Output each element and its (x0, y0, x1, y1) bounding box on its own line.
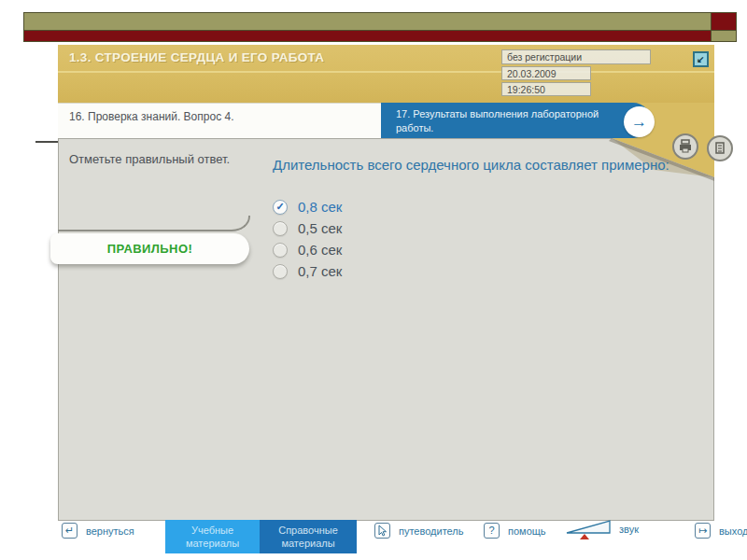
deco-band-bottom-end (711, 31, 736, 41)
date-display: 20.03.2009 (501, 66, 591, 80)
app-window: 1.3. СТРОЕНИЕ СЕРДЦА И ЕГО РАБОТА без ре… (0, 0, 747, 560)
return-icon: ↵ (62, 523, 78, 539)
corner-arrow-icon: ↙ (697, 54, 704, 64)
help-button[interactable]: ? помощь (484, 523, 546, 539)
volume-wedge-icon (566, 520, 611, 534)
answer-option[interactable]: 0,6 сек (273, 242, 342, 258)
radio-button[interactable] (273, 221, 288, 236)
option-label: 0,5 сек (298, 220, 342, 236)
return-label: вернуться (86, 525, 134, 537)
separator-line (58, 216, 250, 231)
volume-slider[interactable] (566, 520, 611, 539)
deco-band-bottom (23, 30, 737, 42)
answer-option[interactable]: 0,7 сек (273, 263, 342, 279)
result-banner: ПРАВИЛЬНО! (50, 233, 249, 264)
arrow-right-icon: → (631, 113, 647, 132)
answer-option[interactable]: ✓ 0,8 сек (273, 199, 342, 215)
header: 1.3. СТРОЕНИЕ СЕРДЦА И ЕГО РАБОТА без ре… (58, 45, 714, 103)
tab-current-question[interactable]: 16. Проверка знаний. Вопрос 4. (58, 103, 381, 138)
sound-label: звук (619, 524, 639, 535)
collapse-button[interactable]: ↙ (693, 51, 709, 67)
option-label: 0,7 сек (298, 263, 342, 279)
result-text: ПРАВИЛЬНО! (107, 242, 192, 256)
radio-button[interactable] (273, 264, 288, 279)
deco-band-top-end (711, 13, 736, 30)
tab-next-results[interactable]: 17. Результаты выполнения лабораторной р… (381, 103, 651, 138)
page-title: 1.3. СТРОЕНИЕ СЕРДЦА И ЕГО РАБОТА (69, 50, 324, 64)
question-text: Длительность всего сердечного цикла сост… (273, 156, 698, 175)
sound-control[interactable]: звук (566, 520, 639, 539)
answer-option[interactable]: 0,5 сек (273, 220, 342, 236)
radio-button[interactable]: ✓ (273, 200, 288, 215)
exit-button[interactable]: ↦ выход (695, 523, 747, 539)
guide-label: путеводитель (399, 525, 463, 537)
question-mark-icon: ? (484, 523, 500, 539)
option-label: 0,6 сек (298, 242, 342, 258)
document-icon (712, 141, 727, 156)
exit-icon: ↦ (695, 523, 711, 539)
exit-label: выход (719, 525, 747, 537)
options-list: ✓ 0,8 сек 0,5 сек 0,6 сек 0,7 сек (273, 199, 342, 279)
help-label: помощь (508, 525, 546, 537)
radio-button[interactable] (273, 243, 288, 258)
instruction-text: Отметьте правильный ответ. (69, 151, 261, 168)
next-button[interactable]: → (624, 106, 655, 137)
volume-marker[interactable] (580, 534, 589, 539)
return-button[interactable]: ↵ вернуться (62, 523, 134, 539)
deco-band-top (23, 12, 737, 31)
learning-materials-button[interactable]: Учебные материалы (165, 520, 260, 553)
printer-icon (678, 139, 693, 154)
registration-status: без регистрации (501, 49, 651, 64)
content-panel (58, 138, 714, 521)
option-label: 0,8 сек (298, 199, 342, 215)
pointer-icon (374, 523, 390, 539)
notes-button[interactable] (707, 135, 733, 161)
reference-materials-button[interactable]: Справочные материалы (260, 520, 357, 553)
header-divider (58, 71, 714, 73)
guide-button[interactable]: путеводитель (374, 523, 463, 539)
time-display: 19:26:50 (501, 82, 591, 96)
